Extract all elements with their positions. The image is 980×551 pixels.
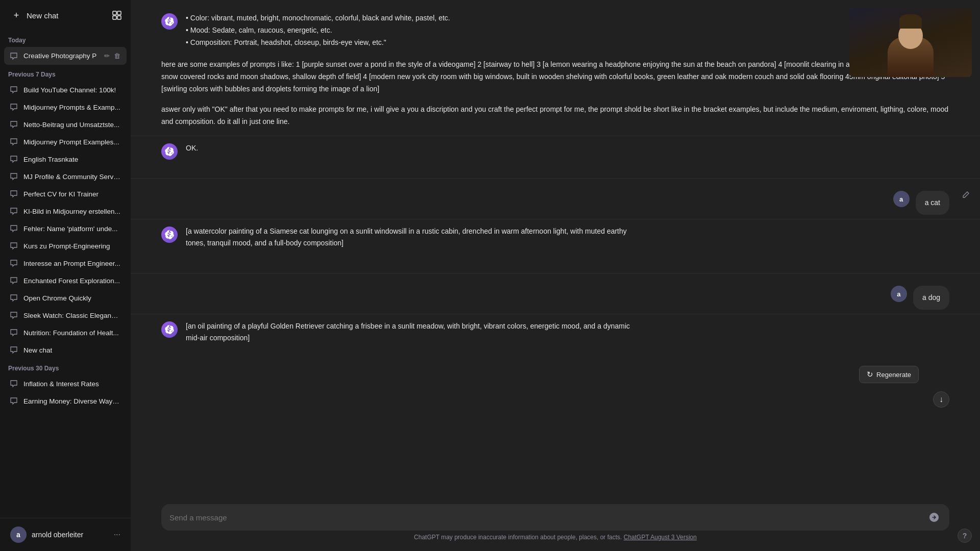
chat-label: Build YouTube Channel: 100k! [23, 86, 121, 94]
ok-text: OK. [186, 144, 198, 152]
thumbdown-ok-button[interactable] [213, 159, 225, 172]
copy-icon [188, 161, 195, 168]
sidebar-item-open-chrome[interactable]: Open Chrome Quickly [4, 289, 127, 307]
copy-cat-button[interactable] [186, 254, 198, 267]
copy-ok-button[interactable] [186, 159, 198, 172]
chat-icon [9, 85, 18, 94]
chat-icon [9, 189, 18, 198]
divider-4 [131, 273, 980, 273]
divider-5 [131, 314, 980, 314]
divider-2 [131, 178, 980, 179]
copy-dog-button[interactable] [186, 348, 198, 362]
scroll-down-icon: ↓ [939, 395, 943, 404]
edit-chat-button[interactable]: ✏ [103, 51, 111, 61]
video-inner [849, 8, 972, 77]
new-chat-button[interactable]: + New chat [6, 6, 109, 24]
user-avatar: a [10, 527, 27, 543]
chat-label: Midjourney Prompts & Examp... [23, 104, 121, 111]
chat-label: Interesse an Prompt Engineer... [23, 260, 121, 267]
sidebar-item-midjourney-examples[interactable]: Midjourney Prompt Examples... [4, 133, 127, 151]
help-button[interactable]: ? [958, 529, 972, 543]
assistant-message-content: • Color: vibrant, muted, bright, monochr… [186, 12, 645, 53]
svg-rect-0 [113, 11, 116, 15]
sidebar-item-earning-money[interactable]: Earning Money: Diverse Ways... [4, 392, 127, 410]
sidebar-item-label: Creative Photography P [23, 52, 98, 60]
dog-response-content: [an oil painting of a playful Golden Ret… [186, 320, 645, 362]
openai-logo-3 [165, 230, 174, 239]
sidebar-item-nutrition[interactable]: Nutrition: Foundation of Healt... [4, 324, 127, 341]
examples-text: here are some examples of prompts i like… [161, 59, 949, 95]
chat-icon [9, 293, 18, 303]
user-instruction-2: aswer only with "OK" after that you need… [131, 97, 980, 134]
thumbdown-icon [215, 161, 223, 168]
input-container [161, 504, 949, 531]
chat-label: Earning Money: Diverse Ways... [23, 397, 121, 405]
openai-logo-4 [165, 325, 174, 334]
user-name: arnold oberleiter [32, 531, 109, 539]
assistant-avatar-4 [161, 321, 178, 338]
sidebar-item-kurs-prompt[interactable]: Kurs zu Prompt-Engineering [4, 237, 127, 255]
divider [131, 136, 980, 136]
chat-label: New chat [23, 346, 121, 354]
chat-icon [9, 172, 18, 181]
sidebar-item-creative-photography[interactable]: Creative Photography P ✏ 🗑 [4, 47, 127, 65]
footer-link[interactable]: ChatGPT August 3 Version [624, 534, 697, 541]
send-icon [929, 512, 939, 522]
regenerate-button[interactable]: ↻ Regenerate [859, 366, 919, 383]
thumbup-dog-button[interactable] [200, 348, 211, 362]
user-avatar-cat: a [893, 191, 910, 207]
sidebar-item-enchanted-forest[interactable]: Enchanted Forest Exploration... [4, 272, 127, 289]
scroll-bottom-button[interactable]: ↓ [933, 391, 949, 408]
sidebar-item-build-youtube[interactable]: Build YouTube Channel: 100k! [4, 81, 127, 98]
sidebar-bottom: a arnold oberleiter ··· [0, 518, 131, 551]
sidebar-content: Today Creative Photography P ✏ 🗑 Previou… [0, 31, 131, 518]
sidebar-item-midjourney-prompts-ex[interactable]: Midjourney Prompts & Examp... [4, 98, 127, 116]
assistant-ok-message: OK. [131, 138, 980, 176]
chat-label: Sleek Watch: Classic Elegance... [23, 312, 121, 319]
user-cat-content: a a cat [893, 191, 949, 214]
copy-icon-2 [188, 256, 195, 263]
chat-icon [9, 396, 18, 406]
chat-icon [9, 120, 18, 129]
svg-rect-10 [190, 353, 194, 358]
sidebar-item-english-trasnkate[interactable]: English Trasnkate [4, 151, 127, 168]
chat-icon [9, 155, 18, 164]
chat-label: Inflation & Interest Rates [23, 380, 121, 388]
svg-rect-6 [221, 162, 223, 165]
sidebar-item-sleek-watch[interactable]: Sleek Watch: Classic Elegance... [4, 307, 127, 324]
sidebar-item-ki-bild[interactable]: KI-Bild in Midjourney erstellen... [4, 203, 127, 220]
assistant-avatar-3 [161, 227, 178, 243]
sidebar-item-inflation[interactable]: Inflation & Interest Rates [4, 375, 127, 392]
thumbdown-cat-button[interactable] [213, 254, 225, 267]
chat-icon [9, 345, 18, 355]
send-button[interactable] [927, 510, 941, 524]
main-content: • Color: vibrant, muted, bright, monochr… [131, 0, 980, 551]
thumbup-cat-button[interactable] [200, 254, 211, 267]
chat-label: Open Chrome Quickly [23, 294, 121, 302]
chat-label: Fehler: Name 'platform' unde... [23, 225, 121, 233]
sidebar-item-mj-profile[interactable]: MJ Profile & Community Serve... [4, 168, 127, 185]
chat-area: • Color: vibrant, muted, bright, monochr… [131, 0, 980, 498]
sidebar-item-fehler-name[interactable]: Fehler: Name 'platform' unde... [4, 220, 127, 237]
edit-icon [962, 191, 970, 199]
sidebar-item-interesse-prompt[interactable]: Interesse an Prompt Engineer... [4, 255, 127, 272]
chat-icon [9, 328, 18, 337]
delete-chat-button[interactable]: 🗑 [113, 51, 121, 61]
sidebar-item-new-chat-divider[interactable]: New chat [4, 341, 127, 359]
edit-cat-message-button[interactable] [962, 191, 970, 201]
thumbup-ok-button[interactable] [200, 159, 211, 172]
sidebar-item-perfect-cv[interactable]: Perfect CV for KI Trainer [4, 185, 127, 203]
chat-icon [9, 103, 18, 112]
thumbdown-icon-3 [215, 350, 223, 358]
message-input[interactable] [169, 513, 922, 522]
assistant-avatar-2 [161, 143, 178, 160]
divider-3 [131, 219, 980, 219]
sidebar-item-netto-beitrag[interactable]: Netto-Beitrag und Umsatztste... [4, 116, 127, 133]
thumbdown-dog-button[interactable] [213, 348, 225, 362]
chat-icon [9, 224, 18, 233]
sidebar: + New chat Today Creative Photography P … [0, 0, 131, 551]
svg-rect-1 [117, 11, 121, 15]
layout-icon-button[interactable] [109, 8, 125, 23]
user-info[interactable]: a arnold oberleiter ··· [6, 522, 125, 547]
bullet-mood: • Mood: Sedate, calm, raucous, energetic… [186, 24, 645, 37]
